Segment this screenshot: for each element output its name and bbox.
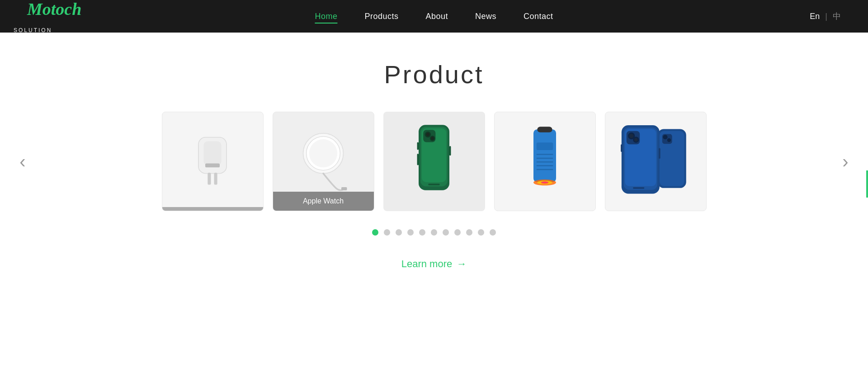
product-card-apple-watch[interactable]: Apple Watch: [273, 112, 374, 211]
product-carousel: ‹: [0, 112, 868, 211]
product-card-phone2[interactable]: [605, 112, 707, 211]
svg-rect-25: [537, 161, 553, 163]
svg-rect-27: [537, 169, 553, 170]
logo[interactable]: Motoch SOLUTION: [27, 0, 81, 33]
speaker-icon: [522, 123, 567, 200]
product-label-apple-watch: Apple Watch: [273, 192, 374, 211]
carousel-dot-5[interactable]: [419, 229, 425, 236]
carousel-next-button[interactable]: ›: [832, 148, 859, 175]
svg-point-42: [629, 134, 633, 138]
side-accent: [866, 170, 868, 198]
svg-point-16: [431, 137, 434, 140]
carousel-track: Apple Watch: [45, 112, 823, 211]
nav-item-home[interactable]: Home: [315, 12, 337, 21]
svg-rect-17: [417, 142, 419, 150]
product-image-phone1: [383, 112, 485, 211]
nav-links: Home Products About News Contact: [315, 12, 553, 21]
product-image-phone2: [605, 112, 706, 211]
svg-rect-1: [203, 142, 221, 165]
svg-point-36: [667, 138, 670, 142]
svg-rect-19: [449, 146, 451, 156]
svg-rect-47: [659, 148, 660, 159]
svg-rect-18: [417, 154, 419, 165]
nav-link-products[interactable]: Products: [364, 12, 398, 21]
lang-divider: |: [825, 12, 827, 21]
learn-more-label: Learn more: [401, 258, 453, 270]
svg-point-44: [634, 138, 637, 142]
carousel-dot-9[interactable]: [466, 229, 472, 236]
nav-item-contact[interactable]: Contact: [524, 12, 553, 21]
svg-rect-23: [537, 154, 553, 155]
nav-item-about[interactable]: About: [425, 12, 448, 21]
svg-point-7: [309, 139, 337, 167]
cable-icon: [292, 125, 355, 198]
svg-rect-3: [214, 173, 217, 185]
carousel-dot-11[interactable]: [490, 229, 496, 236]
svg-point-14: [426, 132, 430, 137]
svg-rect-21: [533, 129, 556, 182]
nav-item-news[interactable]: News: [475, 12, 496, 21]
carousel-dot-4[interactable]: [407, 229, 414, 236]
nav-link-contact[interactable]: Contact: [524, 12, 553, 21]
charger-icon: [181, 125, 244, 198]
logo-text: Motoch: [27, 0, 81, 19]
product-image-charger: [162, 112, 263, 211]
carousel-prev-button[interactable]: ‹: [9, 148, 36, 175]
svg-rect-46: [621, 144, 622, 152]
page-title: Product: [0, 60, 868, 89]
main-content: Product ‹: [0, 33, 868, 297]
svg-point-31: [541, 181, 549, 184]
svg-rect-28: [537, 142, 553, 150]
carousel-dot-3[interactable]: [396, 229, 402, 236]
phone1-icon: [409, 123, 459, 200]
carousel-dot-6[interactable]: [431, 229, 437, 236]
product-card-speaker[interactable]: [494, 112, 596, 211]
learn-more-arrow-icon: →: [457, 258, 467, 270]
carousel-dots: [0, 229, 868, 236]
lang-zh[interactable]: 中: [833, 11, 841, 22]
carousel-dot-1[interactable]: [372, 229, 378, 236]
svg-rect-24: [537, 158, 553, 159]
svg-rect-8: [341, 187, 347, 190]
chevron-right-icon: ›: [842, 151, 848, 172]
product-card-phone1[interactable]: [383, 112, 485, 211]
phone2-icon: [614, 123, 698, 200]
logo-solution: SOLUTION: [14, 27, 81, 33]
learn-more-button[interactable]: Learn more →: [401, 258, 467, 270]
nav-link-news[interactable]: News: [475, 12, 496, 21]
svg-rect-2: [208, 173, 211, 185]
svg-point-35: [663, 135, 667, 139]
product-label-charger: [162, 207, 263, 211]
svg-rect-26: [537, 165, 553, 166]
navbar: Motoch SOLUTION Home Products About News…: [0, 0, 868, 33]
product-image-speaker: [495, 112, 595, 211]
svg-rect-22: [537, 127, 552, 132]
nav-link-about[interactable]: About: [425, 12, 448, 21]
nav-link-home[interactable]: Home: [315, 12, 337, 24]
lang-en[interactable]: En: [810, 12, 820, 21]
chevron-left-icon: ‹: [19, 151, 25, 172]
learn-more-section: Learn more →: [0, 258, 868, 270]
product-card-charger[interactable]: [162, 112, 264, 211]
svg-rect-20: [428, 184, 440, 185]
carousel-dot-2[interactable]: [384, 229, 390, 236]
svg-rect-45: [633, 187, 644, 189]
carousel-dot-7[interactable]: [443, 229, 449, 236]
carousel-dot-10[interactable]: [478, 229, 484, 236]
carousel-dot-8[interactable]: [454, 229, 461, 236]
nav-item-products[interactable]: Products: [364, 12, 398, 21]
language-switcher: En | 中: [810, 11, 841, 22]
svg-rect-4: [205, 163, 220, 167]
